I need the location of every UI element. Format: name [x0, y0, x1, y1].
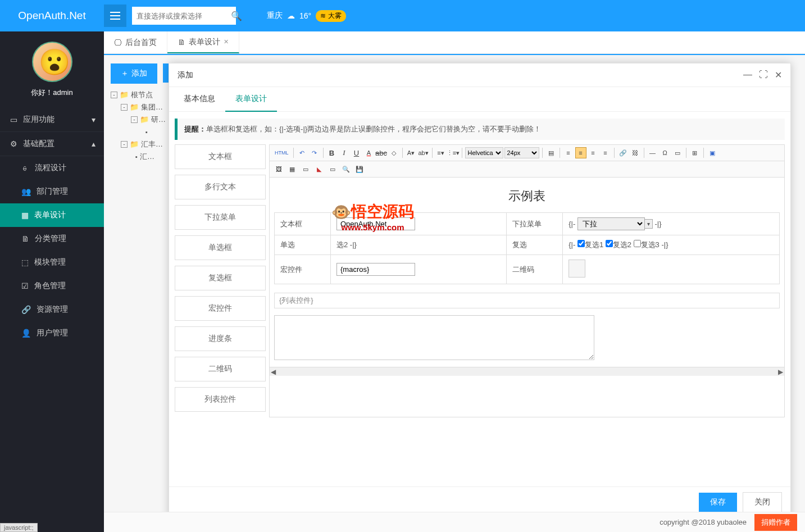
radio-cell: 选2 -|}	[331, 235, 507, 255]
nav-dept-manage[interactable]: 👥部门管理	[0, 180, 104, 203]
collapse-icon[interactable]: -	[121, 104, 128, 111]
image-icon[interactable]: 🖼	[273, 163, 284, 175]
designer: 文本框 多行文本 下拉菜单 单选框 复选框 宏控件 进度条 二维码 列表控件 H…	[175, 144, 785, 417]
gear-icon: ⚙	[10, 139, 17, 148]
save-icon[interactable]: 💾	[354, 163, 365, 175]
italic-icon[interactable]: I	[339, 147, 350, 158]
olist-icon[interactable]: ≡▾	[435, 147, 447, 158]
fontcolor-icon[interactable]: A	[363, 147, 375, 158]
redo-icon[interactable]: ↷	[309, 147, 320, 158]
comp-textbox[interactable]: 文本框	[175, 144, 266, 169]
form-icon: ▦	[21, 211, 29, 220]
comp-dropdown[interactable]: 下拉菜单	[175, 205, 266, 230]
comp-multiline[interactable]: 多行文本	[175, 175, 266, 199]
add-button[interactable]: ＋ 添加	[111, 63, 157, 84]
nav-role[interactable]: ☑角色管理	[0, 274, 104, 298]
nav-user[interactable]: 👤用户管理	[0, 321, 104, 345]
comp-radio[interactable]: 单选框	[175, 235, 266, 260]
svg-rect-1	[110, 15, 120, 16]
comp-listctrl[interactable]: 列表控件	[175, 387, 266, 412]
page-break-icon[interactable]: ▭	[672, 147, 683, 158]
tab-home[interactable]: 🖵 后台首页	[104, 31, 167, 53]
align-right-icon[interactable]: ≡	[588, 147, 599, 158]
undo-icon[interactable]: ↶	[297, 147, 308, 158]
menu-toggle[interactable]	[104, 4, 126, 27]
nav-app-feature[interactable]: ▭ 应用功能 ▾	[0, 108, 104, 132]
size-select[interactable]: 24px	[504, 147, 539, 158]
flash-icon[interactable]: ▦	[286, 163, 298, 175]
checkbox-1[interactable]: 复选1	[577, 240, 603, 249]
editor-toolbar: HTML ↶ ↷ B I U A abc ◇ A▾ ab▾ ≡▾ ⋮≡▾ Hel…	[270, 145, 784, 161]
media-icon[interactable]: ▭	[300, 163, 311, 175]
scroll-right-icon[interactable]: ▶	[778, 368, 783, 376]
special-char-icon[interactable]: Ω	[660, 147, 671, 158]
comp-macro[interactable]: 宏控件	[175, 296, 266, 321]
hr-icon[interactable]: —	[647, 147, 658, 158]
textbox-input[interactable]	[336, 217, 415, 230]
underline-icon[interactable]: U	[351, 147, 362, 158]
qrcode-placeholder[interactable]	[568, 260, 585, 278]
save-button[interactable]: 保存	[699, 493, 737, 512]
unlink-icon[interactable]: ⛓	[630, 147, 641, 158]
preview-icon[interactable]: 🔍	[340, 163, 352, 175]
logo[interactable]: OpenAuth.Net	[0, 10, 104, 22]
comp-qrcode[interactable]: 二维码	[175, 357, 266, 381]
bold-icon[interactable]: B	[326, 147, 338, 158]
align-justify-icon[interactable]: ≡	[600, 147, 611, 158]
comp-progress[interactable]: 进度条	[175, 326, 266, 351]
textarea-control[interactable]	[274, 315, 594, 360]
indent-icon[interactable]: ▤	[545, 147, 557, 158]
html-source-icon[interactable]: HTML	[273, 147, 290, 158]
dropdown-select[interactable]: 下拉	[577, 217, 645, 230]
iframe-icon[interactable]: ▭	[327, 163, 338, 175]
align-center-icon[interactable]: ≡	[575, 147, 586, 158]
collapse-icon[interactable]: -	[131, 116, 138, 123]
eraser-icon[interactable]: ◇	[388, 147, 399, 158]
table-icon[interactable]: ⊞	[689, 147, 701, 158]
subtab-design[interactable]: 表单设计	[225, 87, 277, 112]
list-control[interactable]: {列表控件}	[274, 293, 780, 308]
minimize-icon[interactable]: —	[743, 70, 752, 80]
align-left-icon[interactable]: ≡	[563, 147, 574, 158]
highlight-icon[interactable]: ab▾	[418, 147, 429, 158]
nav-form-design[interactable]: ▦表单设计	[0, 203, 104, 227]
nav-module[interactable]: ⬚模块管理	[0, 251, 104, 274]
chevron-down-icon[interactable]: ▾	[645, 219, 653, 229]
scroll-left-icon[interactable]: ◀	[271, 368, 276, 376]
horizontal-scrollbar[interactable]: ◀▶	[270, 367, 784, 376]
search-input[interactable]	[137, 12, 231, 20]
module-icon: ⬚	[21, 258, 29, 267]
nav-base-config[interactable]: ⚙ 基础配置 ▴	[0, 132, 104, 156]
ulist-icon[interactable]: ⋮≡▾	[448, 147, 459, 158]
tab-form-design[interactable]: 🗎 表单设计 ✕	[167, 31, 239, 53]
avatar[interactable]	[32, 42, 72, 82]
textcolor-icon[interactable]: A▾	[406, 147, 417, 158]
monitor-icon: 🖵	[114, 38, 122, 47]
checkbox-2[interactable]: 复选2	[606, 240, 631, 249]
nav-flow-design[interactable]: 🜔流程设计	[0, 156, 104, 180]
nav-resource[interactable]: 🔗资源管理	[0, 298, 104, 321]
collapse-icon[interactable]: -	[111, 92, 117, 98]
modal-controls: — ⛶ ✕	[743, 70, 782, 80]
editor-body[interactable]: 🐵 悟空源码 www.5kym.com 示例表 文本框 下拉菜单 {|- 下拉▾…	[270, 178, 784, 367]
nav-category[interactable]: 🗎分类管理	[0, 227, 104, 251]
fullscreen-icon[interactable]: ▣	[707, 147, 718, 158]
footer: copyright @2018 yubaolee 捐赠作者	[104, 512, 805, 532]
donate-button[interactable]: 捐赠作者	[754, 514, 797, 531]
search-icon[interactable]: 🔍	[231, 11, 242, 21]
link-icon[interactable]: 🔗	[617, 147, 629, 158]
subtab-basic[interactable]: 基本信息	[174, 87, 225, 111]
macro-input[interactable]	[336, 263, 415, 276]
maximize-icon[interactable]: ⛶	[759, 70, 768, 80]
close-button[interactable]: 关闭	[743, 492, 782, 512]
strike-icon[interactable]: abc	[376, 147, 387, 158]
hamburger-icon	[110, 12, 120, 20]
font-select[interactable]: Helvetica N	[465, 147, 503, 158]
comp-checkbox[interactable]: 复选框	[175, 266, 266, 290]
collapse-icon[interactable]: -	[121, 141, 128, 148]
close-icon[interactable]: ✕	[775, 70, 782, 80]
weather: 重庆 ☁ 16° ≋ 大雾	[267, 10, 346, 22]
checkbox-3[interactable]: 复选3	[634, 240, 660, 249]
shape-icon[interactable]: ◣	[313, 163, 325, 175]
close-icon[interactable]: ✕	[224, 38, 229, 46]
